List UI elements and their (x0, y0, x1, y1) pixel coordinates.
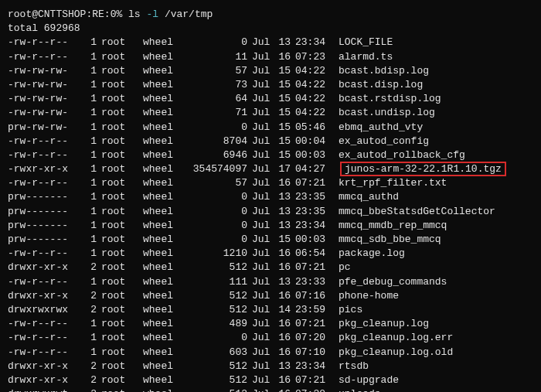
col-owner: root (101, 36, 138, 49)
col-month: Jul (247, 275, 275, 289)
file-row: -rw-rw-rw-1rootwheel73Jul1504:22bcast.di… (8, 78, 533, 92)
col-size: 512 (185, 303, 247, 317)
col-links: 2 (81, 360, 97, 373)
col-filename: bcast.bdisp.log (334, 64, 429, 78)
col-owner: root (101, 219, 138, 233)
col-filename: mmcq_mmdb_rep_mmcq (334, 219, 447, 233)
col-permissions: prw------- (8, 205, 81, 219)
col-time: 07:23 (291, 50, 334, 64)
col-day: 15 (275, 92, 291, 106)
col-owner: root (101, 64, 138, 78)
file-row: -rw-r--r--1rootwheel6946Jul1500:03ex_aut… (8, 148, 533, 162)
col-size: 0 (185, 331, 247, 345)
file-row: prw-------1rootwheel0Jul1323:34mmcq_mmdb… (8, 219, 533, 233)
col-size: 6946 (185, 148, 247, 162)
col-filename: alarmd.ts (334, 50, 393, 64)
col-month: Jul (247, 176, 275, 190)
col-day: 16 (275, 387, 291, 392)
col-time: 06:54 (291, 247, 334, 261)
file-row: drwxr-xr-x2rootwheel512Jul1607:21sd-upgr… (8, 373, 533, 387)
col-day: 15 (275, 106, 291, 120)
col-filename: sd-upgrade (334, 373, 399, 387)
col-links: 1 (81, 190, 97, 204)
col-owner: root (101, 121, 138, 135)
col-filename: bcast.rstdisp.log (334, 92, 441, 106)
col-month: Jul (247, 190, 275, 204)
col-links: 1 (81, 106, 97, 120)
col-links: 1 (81, 36, 97, 49)
col-permissions: drwxr-xr-x (8, 261, 81, 274)
col-links: 1 (81, 275, 97, 289)
col-permissions: -rw-r--r-- (8, 247, 81, 261)
col-month: Jul (247, 162, 275, 176)
col-permissions: prw------- (8, 190, 81, 204)
col-permissions: -rw-r--r-- (8, 317, 81, 331)
col-group: wheel (143, 219, 185, 233)
col-time: 07:10 (291, 346, 334, 360)
col-time: 04:22 (291, 92, 334, 106)
col-group: wheel (143, 36, 185, 49)
file-row: -rw-r--r--1rootwheel0Jul1607:20pkg_clean… (8, 331, 533, 345)
col-filename: uploads (334, 387, 381, 392)
col-filename: bcast.undisp.log (334, 106, 435, 120)
col-owner: root (101, 176, 138, 190)
col-time: 23:34 (291, 36, 334, 49)
col-owner: root (101, 78, 138, 92)
file-row: -rw-r--r--1rootwheel1210Jul1606:54packag… (8, 247, 533, 261)
col-group: wheel (143, 360, 185, 373)
col-group: wheel (143, 78, 185, 92)
col-filename: ex_autod_config (334, 135, 429, 148)
col-permissions: -rw-rw-rw- (8, 106, 81, 120)
col-size: 0 (185, 233, 247, 247)
col-day: 13 (275, 219, 291, 233)
col-time: 23:34 (291, 219, 334, 233)
col-permissions: prw-rw-rw- (8, 121, 81, 135)
col-filename: LOCK_FILE (334, 36, 393, 49)
col-filename: package.log (334, 247, 405, 261)
col-month: Jul (247, 346, 275, 360)
prompt-line: root@CNTTSHOP:RE:0% ls -l /var/tmp (8, 8, 533, 22)
col-month: Jul (247, 373, 275, 387)
file-row: -rw-r--r--1rootwheel0Jul1323:34LOCK_FILE (8, 36, 533, 49)
col-group: wheel (143, 303, 185, 317)
col-time: 23:34 (291, 360, 334, 373)
col-month: Jul (247, 219, 275, 233)
col-day: 13 (275, 275, 291, 289)
col-owner: root (101, 205, 138, 219)
col-day: 15 (275, 233, 291, 247)
file-row: prw-rw-rw-1rootwheel0Jul1505:46ebmq_auth… (8, 121, 533, 135)
col-filename: pc (334, 261, 351, 274)
col-links: 1 (81, 50, 97, 64)
col-group: wheel (143, 289, 185, 303)
col-size: 0 (185, 121, 247, 135)
col-size: 512 (185, 261, 247, 274)
col-size: 354574097 (185, 162, 247, 176)
col-time: 00:03 (291, 148, 334, 162)
file-row: prw-------1rootwheel0Jul1323:35mmcq_auth… (8, 190, 533, 204)
prompt-path: :RE:0% (86, 9, 122, 20)
col-permissions: -rw-rw-rw- (8, 78, 81, 92)
col-links: 1 (81, 317, 97, 331)
col-links: 1 (81, 121, 97, 135)
col-day: 16 (275, 247, 291, 261)
col-group: wheel (143, 373, 185, 387)
highlighted-filename: junos-arm-32-22.1R1.10.tgz (340, 162, 506, 176)
col-size: 0 (185, 190, 247, 204)
col-size: 8704 (185, 135, 247, 148)
col-size: 71 (185, 106, 247, 120)
col-owner: root (101, 360, 138, 373)
col-time: 04:22 (291, 64, 334, 78)
col-permissions: -rw-r--r-- (8, 275, 81, 289)
col-links: 2 (81, 289, 97, 303)
col-time: 04:27 (291, 162, 334, 176)
col-group: wheel (143, 247, 185, 261)
col-links: 1 (81, 92, 97, 106)
col-size: 11 (185, 50, 247, 64)
col-time: 07:21 (291, 317, 334, 331)
col-owner: root (101, 162, 138, 176)
file-row: prw-------1rootwheel0Jul1323:35mmcq_bbeS… (8, 205, 533, 219)
col-time: 07:16 (291, 289, 334, 303)
col-size: 489 (185, 317, 247, 331)
file-row: -rw-rw-rw-1rootwheel57Jul1504:22bcast.bd… (8, 64, 533, 78)
col-size: 57 (185, 176, 247, 190)
